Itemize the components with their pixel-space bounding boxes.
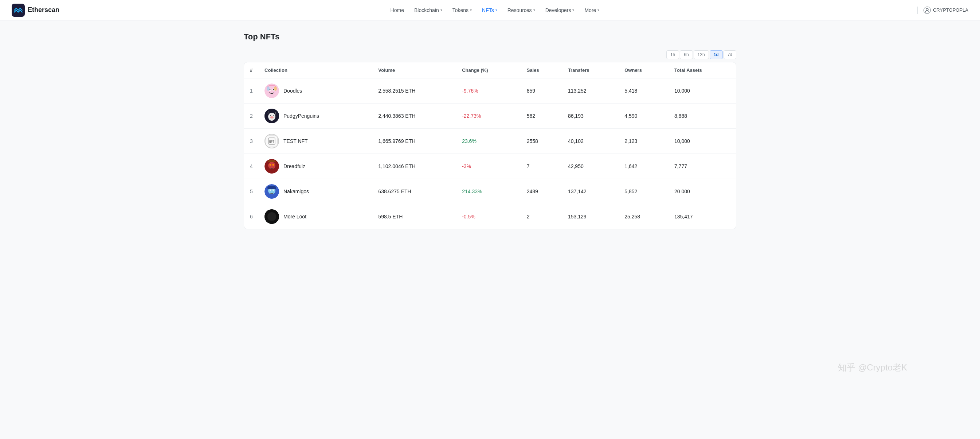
svg-point-13 [270, 115, 271, 116]
cell-collection-5: Nakamigos [259, 179, 372, 204]
svg-point-7 [267, 86, 270, 91]
svg-text:NFT: NFT [269, 140, 275, 144]
cell-owners-6: 25,258 [619, 204, 668, 229]
nav-blockchain[interactable]: Blockchain ▾ [410, 4, 447, 16]
cell-volume-2: 2,440.3863 ETH [372, 104, 456, 129]
navbar-right: CRYPTOPOPLA [916, 6, 968, 14]
cell-change-5: 214.33% [456, 179, 521, 204]
col-header-volume: Volume [372, 62, 456, 78]
table-row[interactable]: 4Dreadfulz1,102.0046 ETH-3%742,9501,6427… [244, 154, 736, 179]
col-header-owners: Owners [619, 62, 668, 78]
nav-nfts[interactable]: NFTs ▾ [477, 4, 502, 16]
cell-collection-4: Dreadfulz [259, 154, 372, 179]
table-row[interactable]: 5Nakamigos638.6275 ETH214.33%2489137,142… [244, 179, 736, 204]
nav-home[interactable]: Home [386, 4, 408, 16]
time-btn-6h[interactable]: 6h [680, 50, 692, 59]
cell-change-1: -9.76% [456, 78, 521, 104]
svg-point-8 [274, 86, 277, 91]
more-chevron: ▾ [597, 8, 599, 12]
cell-volume-6: 598.5 ETH [372, 204, 456, 229]
cell-rank-4: 4 [244, 154, 259, 179]
cell-rank-1: 1 [244, 78, 259, 104]
etherscan-logo [12, 4, 25, 17]
col-header-total-assets: Total Assets [668, 62, 736, 78]
nav-divider [917, 6, 918, 14]
cell-volume-1: 2,558.2515 ETH [372, 78, 456, 104]
cell-total-assets-5: 20 000 [668, 179, 736, 204]
collection-name-1: Doodles [283, 88, 302, 94]
blockchain-chevron: ▾ [441, 8, 442, 12]
svg-point-1 [926, 8, 928, 11]
table-header-row: # Collection Volume Change (%) Sales Tra… [244, 62, 736, 78]
cell-rank-5: 5 [244, 179, 259, 204]
user-avatar-icon [924, 6, 931, 14]
table-row[interactable]: 2PudgyPenguins2,440.3863 ETH-22.73%56286… [244, 104, 736, 129]
user-button[interactable]: CRYPTOPOPLA [924, 6, 968, 14]
table-row[interactable]: 6More Loot598.5 ETH-0.5%2153,12925,25813… [244, 204, 736, 229]
time-btn-1d[interactable]: 1d [710, 50, 723, 59]
svg-point-15 [270, 116, 274, 118]
col-header-change: Change (%) [456, 62, 521, 78]
cell-sales-2: 562 [521, 104, 562, 129]
cell-rank-2: 2 [244, 104, 259, 129]
svg-point-6 [273, 89, 274, 90]
cell-rank-6: 6 [244, 204, 259, 229]
cell-total-assets-4: 7,777 [668, 154, 736, 179]
cell-change-6: -0.5% [456, 204, 521, 229]
brand-name-text: Etherscan [28, 6, 59, 14]
avatar-nakamigos [264, 184, 279, 199]
col-header-transfers: Transfers [562, 62, 619, 78]
avatar-pudgy [264, 109, 279, 123]
cell-collection-3: NFTTEST NFT [259, 129, 372, 154]
avatar-moreloot [264, 209, 279, 224]
cell-total-assets-1: 10,000 [668, 78, 736, 104]
time-btn-12h[interactable]: 12h [694, 50, 709, 59]
svg-rect-29 [267, 186, 276, 189]
svg-point-14 [273, 115, 274, 116]
cell-sales-6: 2 [521, 204, 562, 229]
navbar: Etherscan Home Blockchain ▾ Tokens ▾ NFT… [0, 0, 980, 21]
cell-total-assets-3: 10,000 [668, 129, 736, 154]
cell-collection-2: PudgyPenguins [259, 104, 372, 129]
page-title: Top NFTs [244, 32, 736, 42]
collection-name-4: Dreadfulz [283, 163, 305, 169]
cell-transfers-6: 153,129 [562, 204, 619, 229]
collection-name-5: Nakamigos [283, 188, 309, 194]
table-row[interactable]: 3NFTTEST NFT1,665.9769 ETH23.6%255840,10… [244, 129, 736, 154]
nav-resources[interactable]: Resources ▾ [503, 4, 539, 16]
avatar-test: NFT [264, 134, 279, 148]
cell-change-3: 23.6% [456, 129, 521, 154]
cell-volume-5: 638.6275 ETH [372, 179, 456, 204]
col-header-rank: # [244, 62, 259, 78]
collection-name-6: More Loot [283, 214, 306, 219]
time-btn-7d[interactable]: 7d [724, 50, 736, 59]
cell-sales-3: 2558 [521, 129, 562, 154]
col-header-sales: Sales [521, 62, 562, 78]
nav-developers[interactable]: Developers ▾ [541, 4, 579, 16]
svg-point-28 [273, 190, 274, 190]
resources-chevron: ▾ [533, 8, 535, 12]
cell-transfers-1: 113,252 [562, 78, 619, 104]
cell-volume-3: 1,665.9769 ETH [372, 129, 456, 154]
cell-change-2: -22.73% [456, 104, 521, 129]
cell-owners-5: 5,852 [619, 179, 668, 204]
avatar-doodles [264, 83, 279, 98]
col-header-collection: Collection [259, 62, 372, 78]
tokens-chevron: ▾ [470, 8, 472, 12]
page-content: Top NFTs 1h 6h 12h 1d 7d # Collection Vo… [235, 21, 745, 241]
cell-sales-5: 2489 [521, 179, 562, 204]
svg-point-27 [270, 190, 271, 190]
cell-transfers-3: 40,102 [562, 129, 619, 154]
time-btn-1h[interactable]: 1h [666, 50, 679, 59]
table-row[interactable]: 1Doodles2,558.2515 ETH-9.76%859113,2525,… [244, 78, 736, 104]
cell-collection-1: Doodles [259, 78, 372, 104]
nft-table-container: # Collection Volume Change (%) Sales Tra… [244, 62, 736, 229]
cell-owners-4: 1,642 [619, 154, 668, 179]
nav-more[interactable]: More ▾ [580, 4, 604, 16]
username-text: CRYPTOPOPLA [933, 7, 968, 13]
brand-logo-link[interactable]: Etherscan [12, 4, 59, 17]
svg-point-5 [270, 89, 271, 90]
nav-tokens[interactable]: Tokens ▾ [448, 4, 476, 16]
cell-owners-2: 4,590 [619, 104, 668, 129]
collection-name-2: PudgyPenguins [283, 113, 319, 119]
